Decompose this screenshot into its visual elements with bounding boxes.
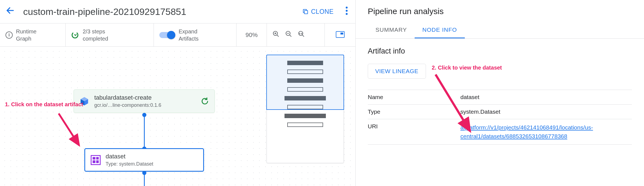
table-row: Name dataset	[368, 90, 632, 104]
zoom-reset-icon[interactable]	[298, 30, 305, 39]
svg-point-2	[346, 7, 348, 9]
table-row: URI aiplatform://v1/projects/46214106849…	[368, 119, 632, 145]
more-menu-button[interactable]	[344, 4, 350, 19]
back-arrow[interactable]	[6, 6, 15, 17]
minimap-node	[287, 123, 323, 127]
dataset-artifact-icon	[91, 155, 101, 165]
svg-point-3	[346, 10, 348, 12]
callout-arrow-icon	[53, 111, 87, 150]
artifact-info-table: Name dataset Type system.Dataset URI aip…	[368, 90, 632, 145]
tab-summary[interactable]: SUMMARY	[368, 22, 415, 38]
clone-button[interactable]: CLONE	[298, 6, 338, 18]
minimap-node	[285, 96, 326, 100]
callout-annotation: 2. Click to view the dataset	[432, 65, 509, 71]
svg-line-14	[302, 35, 304, 37]
node-title: tabulardataset-create	[94, 94, 196, 101]
table-row: Type system.Dataset	[368, 104, 632, 119]
info-icon: i	[6, 31, 13, 39]
row-label: Type	[368, 108, 460, 115]
zoom-in-icon[interactable]	[272, 30, 280, 39]
svg-point-13	[299, 31, 303, 35]
minimap-node	[287, 105, 323, 109]
copy-icon	[302, 8, 309, 15]
artifact-info-heading: Artifact info	[368, 47, 632, 55]
steps-completed-label: 2/3 steps completed	[83, 28, 108, 42]
tab-node-info[interactable]: NODE INFO	[415, 22, 465, 38]
minimap-node	[287, 61, 323, 65]
node-subtitle: Type: system.Dataset	[106, 161, 198, 167]
zoom-out-icon[interactable]	[285, 30, 292, 39]
row-value: system.Dataset	[460, 108, 632, 115]
page-title: custom-train-pipeline-20210929175851	[23, 6, 298, 17]
node-subtitle: gcr.io/…line-components:0.1.6	[94, 102, 196, 108]
uri-link[interactable]: aiplatform://v1/projects/462141068491/lo…	[460, 123, 632, 140]
progress-spinner-icon	[71, 31, 79, 39]
edge-port	[142, 113, 146, 117]
edge-line	[144, 115, 145, 149]
clone-label: CLONE	[311, 8, 334, 15]
svg-line-11	[289, 35, 291, 37]
minimap-toggle-button[interactable]	[336, 31, 345, 39]
cached-icon	[201, 97, 209, 105]
svg-point-4	[346, 13, 348, 15]
expand-artifacts-toggle[interactable]	[159, 32, 175, 38]
node-title: dataset	[106, 153, 198, 160]
minimap-node	[287, 87, 323, 92]
svg-rect-16	[340, 33, 343, 34]
pipeline-canvas[interactable]: tabulardataset-create gcr.io/…line-compo…	[0, 47, 355, 186]
svg-line-17	[59, 113, 79, 145]
minimap-node	[285, 114, 326, 118]
runtime-graph-label: Runtime Graph	[16, 28, 36, 42]
callout-annotation: 1. Click on the dataset artifact	[5, 101, 83, 108]
edge-line	[144, 173, 145, 186]
svg-line-7	[277, 35, 279, 37]
expand-artifacts-label: Expand Artifacts	[179, 28, 198, 42]
minimap[interactable]	[267, 55, 344, 163]
row-label: URI	[368, 123, 460, 130]
right-panel-title: Pipeline run analysis	[368, 7, 632, 16]
node-dataset-artifact[interactable]: dataset Type: system.Dataset	[84, 148, 204, 172]
row-value: dataset	[460, 94, 632, 100]
node-tabulardataset-create[interactable]: tabulardataset-create gcr.io/…line-compo…	[74, 89, 215, 113]
zoom-level: 90%	[245, 31, 257, 39]
view-lineage-button[interactable]: VIEW LINEAGE	[368, 64, 426, 79]
minimap-node	[287, 70, 323, 74]
row-label: Name	[368, 94, 460, 100]
svg-rect-1	[304, 10, 308, 14]
minimap-node	[287, 78, 323, 83]
